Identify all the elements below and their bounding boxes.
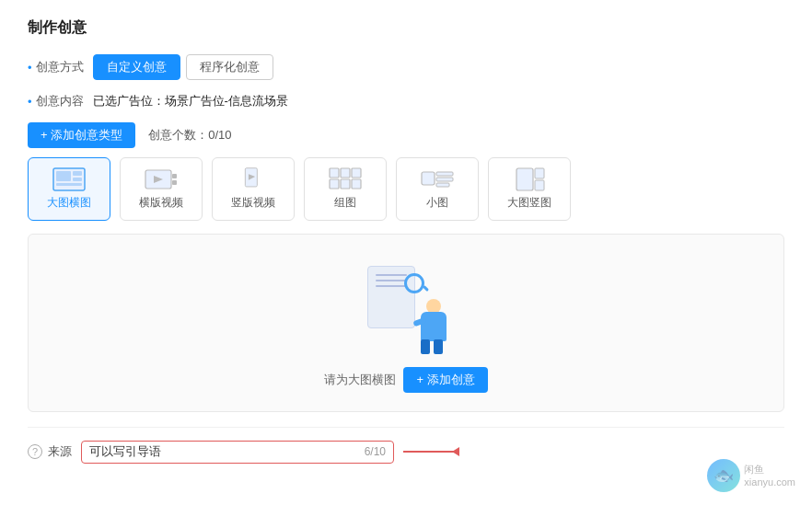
portrait-video-label: 竖版视频 [231,196,275,211]
source-label: 来源 [48,443,72,460]
svg-rect-20 [436,183,449,187]
selected-ad-position: 已选广告位：场景广告位-信息流场景 [93,93,288,109]
svg-rect-2 [73,171,82,176]
svg-rect-14 [330,179,339,189]
add-type-button[interactable]: + 添加创意类型 [28,122,135,148]
illus-person [412,299,452,354]
add-type-row: + 添加创意类型 创意个数：0/10 [28,122,784,148]
landscape-video-label: 横版视频 [139,196,183,211]
portrait-video-icon [237,167,270,191]
upload-illustration [360,262,452,354]
source-count: 6/10 [365,445,386,458]
svg-rect-4 [56,183,82,186]
svg-rect-1 [56,171,71,181]
svg-rect-18 [436,172,453,176]
svg-rect-12 [341,168,350,178]
type-card-landscape-video[interactable]: 横版视频 [120,157,203,221]
svg-rect-8 [172,180,177,185]
group-icon [329,167,362,191]
small-label: 小图 [426,196,448,211]
creation-content-label: 创意内容 [36,93,84,109]
person-body [421,312,447,341]
type-card-group[interactable]: 组图 [304,157,387,221]
landscape-video-icon [145,167,178,191]
svg-rect-13 [352,168,361,178]
svg-rect-19 [436,178,453,181]
required-dot: • [28,61,32,75]
large-portrait-label: 大图竖图 [507,196,551,211]
arrow-hint [403,451,458,453]
programmatic-creative-tab[interactable]: 程序化创意 [186,54,273,80]
illus-magnifier [404,273,424,293]
source-input-wrap: 6/10 [81,441,394,464]
custom-creative-tab[interactable]: 自定义创意 [93,54,180,80]
creation-content-row: • 创意内容 已选广告位：场景广告位-信息流场景 [28,93,784,109]
type-card-large-portrait[interactable]: 大图竖图 [488,157,571,221]
help-icon[interactable]: ? [28,444,42,459]
svg-rect-21 [516,168,533,190]
upload-prompt: 请为大图横图 + 添加创意 [324,367,487,393]
arrow-red [403,451,458,453]
add-creative-button[interactable]: + 添加创意 [403,367,487,393]
prompt-text: 请为大图横图 [324,372,396,388]
count-label: 创意个数：0/10 [148,127,231,143]
svg-rect-17 [422,172,435,185]
bottom-bar: ? 来源 6/10 [28,427,784,464]
page-container: 制作创意 • 创意方式 自定义创意 程序化创意 • 创意内容 已选广告位：场景广… [0,0,812,505]
small-icon [421,167,454,191]
svg-rect-7 [172,174,177,178]
svg-rect-3 [73,178,82,181]
svg-rect-15 [341,179,350,189]
svg-rect-22 [535,168,544,178]
upload-area: 请为大图横图 + 添加创意 [28,234,784,412]
group-label: 组图 [334,196,356,211]
svg-rect-16 [352,179,361,189]
page-title: 制作创意 [28,18,784,38]
type-card-small[interactable]: 小图 [396,157,479,221]
type-cards-container: 大图横图 横版视频 竖版视频 [28,157,784,221]
creation-method-row: • 创意方式 自定义创意 程序化创意 [28,54,784,80]
large-landscape-label: 大图横图 [47,196,91,211]
required-dot2: • [28,95,32,109]
watermark-text: 闲鱼 xianyu.com [744,463,795,489]
watermark: 🐟 闲鱼 xianyu.com [707,459,795,492]
svg-rect-23 [535,180,544,190]
large-portrait-icon [513,167,546,191]
type-card-portrait-video[interactable]: 竖版视频 [212,157,295,221]
person-legs [421,339,447,354]
source-input[interactable] [89,445,359,459]
svg-rect-11 [330,168,339,178]
creation-method-label: 创意方式 [36,59,84,75]
large-landscape-icon [52,167,86,191]
type-card-large-landscape[interactable]: 大图横图 [28,157,110,221]
watermark-logo: 🐟 [707,459,740,492]
watermark-fish-icon: 🐟 [713,465,734,486]
